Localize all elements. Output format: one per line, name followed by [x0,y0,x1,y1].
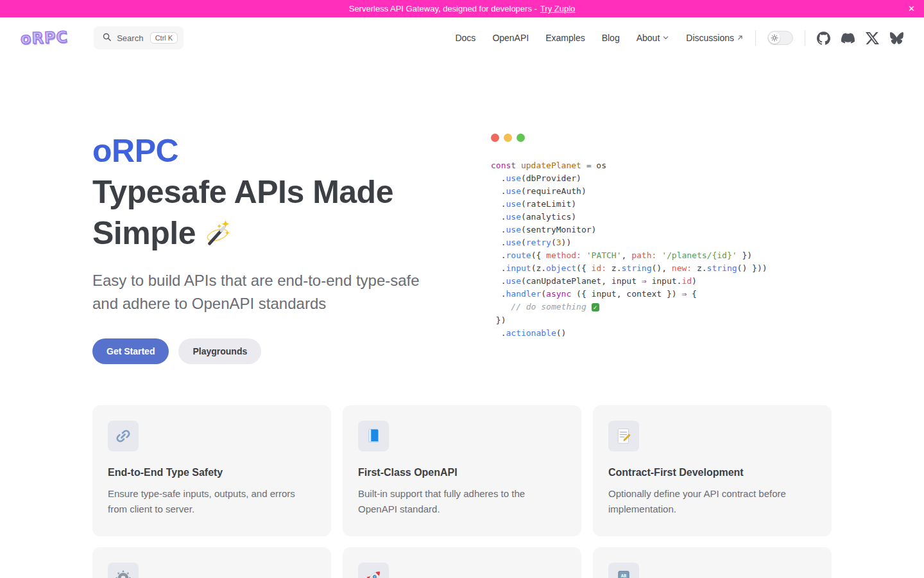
header-divider-1 [755,30,756,46]
hero-section: oRPC Typesafe APIs Made Simple Easy to b… [92,58,832,364]
feature-title: Contract-First Development [608,467,816,478]
feature-title: End-to-End Type Safety [108,467,316,478]
hero-product-name: oRPC [92,130,477,171]
abcd-icon: ABCD [608,563,639,578]
book-icon [358,421,389,451]
sun-icon [769,32,780,44]
chevron-down-icon [662,33,669,43]
external-link-icon [737,33,744,43]
search-input[interactable]: Search Ctrl K [94,26,184,49]
banner-text: Serverless API Gateway, designed for dev… [349,4,537,13]
nav-item-label: About [637,33,660,43]
feature-card-end-to-end-type-safety: End-to-End Type SafetyEnsure type-safe i… [92,405,331,536]
search-label: Search [117,33,150,43]
nav-item-label: Discussions [686,33,734,43]
nav-item-label: Examples [545,33,585,43]
features-grid: End-to-End Type SafetyEnsure type-safe i… [92,405,832,578]
nav-item-label: Docs [455,33,475,43]
nav-item-discussions[interactable]: Discussions [686,33,744,43]
discord-icon[interactable] [841,31,855,45]
announcement-banner: Serverless API Gateway, designed for dev… [0,0,924,17]
minimize-dot-icon [504,134,512,142]
banner-link[interactable]: Try Zuplo [540,4,575,13]
link-icon [108,421,139,451]
svg-text:AB: AB [621,574,626,578]
search-shortcut: Ctrl K [150,32,178,44]
feature-description: Optionally define your API contract befo… [608,486,816,517]
hero-title-line1: Typesafe APIs Made [92,174,393,210]
close-dot-icon [491,134,499,142]
feature-card: ABCD [593,547,832,578]
close-icon[interactable]: ✕ [908,0,915,17]
nav-item-label: OpenAPI [492,33,529,43]
nav-item-docs[interactable]: Docs [455,33,475,43]
nav-item-openapi[interactable]: OpenAPI [492,33,529,43]
header-divider-2 [805,30,805,46]
bluesky-icon[interactable] [890,31,903,45]
x-icon[interactable] [866,31,879,45]
window-traffic-lights [491,134,832,142]
feature-card-contract-first-development: Contract-First DevelopmentOptionally def… [593,405,832,536]
hero-actions: Get StartedPlaygrounds [92,338,477,364]
get-started-button[interactable]: Get Started [92,338,169,364]
nav-item-about[interactable]: About [637,33,670,43]
feature-card-first-class-openapi: First-Class OpenAPIBuilt-in support that… [343,405,581,536]
hero-tagline: Easy to build APIs that are end-to-end t… [92,269,421,315]
feature-card [92,547,331,578]
code-snippet: const updatePlanet = os .use(dbProvider)… [491,159,832,340]
feature-description: Ensure type-safe inputs, outputs, and er… [108,486,316,517]
hero-title: oRPC Typesafe APIs Made Simple [92,130,477,258]
playgrounds-button[interactable]: Playgrounds [178,338,261,364]
feature-title: First-Class OpenAPI [358,467,566,478]
hero-code-column: const updatePlanet = os .use(dbProvider)… [477,58,832,364]
rocket-icon [358,563,389,578]
site-header: oRPC Search Ctrl K DocsOpenAPIExamplesBl… [0,17,924,58]
nav-item-label: Blog [602,33,620,43]
maximize-dot-icon [517,134,525,142]
main-nav: DocsOpenAPIExamplesBlogAboutDiscussions [455,33,744,43]
hero-text-column: oRPC Typesafe APIs Made Simple Easy to b… [92,58,477,364]
nav-item-examples[interactable]: Examples [545,33,585,43]
github-icon[interactable] [817,31,830,45]
search-icon [102,32,112,44]
theme-toggle[interactable] [767,31,793,45]
social-links [817,31,903,45]
hero-title-line2: Simple [92,215,196,251]
feature-description: Built-in support that fully adheres to t… [358,486,566,517]
nav-item-blog[interactable]: Blog [602,33,620,43]
feature-card [343,547,581,578]
gear-icon [108,563,139,578]
magic-wand-icon [202,216,232,258]
logo[interactable]: oRPC [21,28,69,48]
memo-icon [608,421,639,451]
